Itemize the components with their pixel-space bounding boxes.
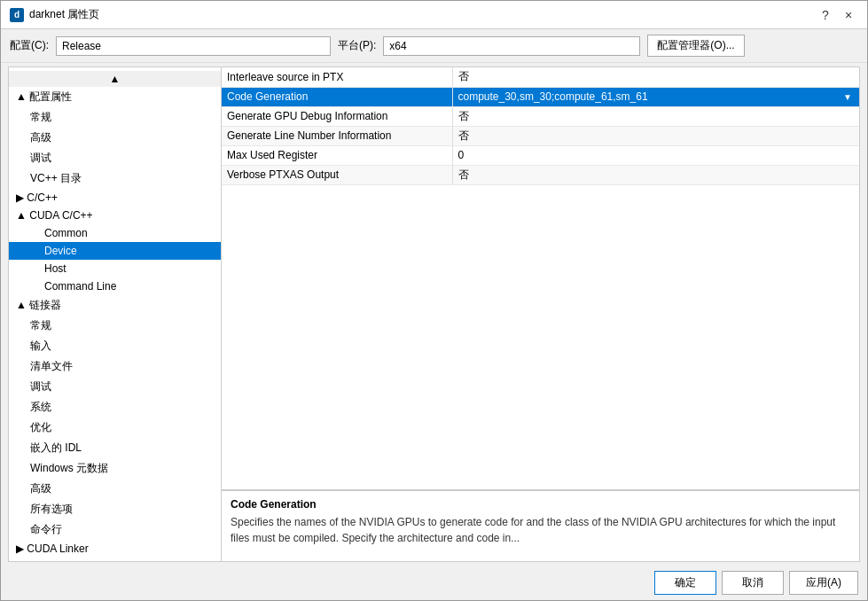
platform-label: 平台(P):: [338, 38, 376, 53]
tree-item-host[interactable]: Host: [9, 260, 221, 277]
dialog-window: d darknet 属性页 ? × 配置(C): Release 平台(P): …: [0, 0, 868, 601]
prop-row-verbose-ptxas[interactable]: Verbose PTXAS Output否: [222, 165, 859, 184]
platform-dropdown[interactable]: x64: [383, 36, 640, 56]
props-panel: Interleave source in PTX否Code Generation…: [222, 67, 859, 561]
prop-name-code-generation: Code Generation: [222, 87, 452, 106]
title-bar-controls: ? ×: [816, 5, 858, 25]
tree-panel: ▲ ▲ 配置属性常规高级调试VC++ 目录▶ C/C++▲ CUDA C/C++…: [9, 67, 222, 561]
prop-value-gen-debug-info[interactable]: 否: [452, 106, 859, 126]
desc-title: Code Generation: [231, 498, 850, 511]
tree-item-linker[interactable]: ▲ 链接器: [9, 295, 221, 316]
title-bar: d darknet 属性页 ? ×: [1, 1, 867, 29]
toolbar-row: 配置(C): Release 平台(P): x64 配置管理器(O)...: [1, 29, 867, 63]
tree-item-cuda-linker[interactable]: ▶ CUDA Linker: [9, 540, 221, 558]
prop-value-verbose-ptxas[interactable]: 否: [452, 165, 859, 184]
tree-item-advanced[interactable]: 高级: [9, 128, 221, 148]
properties-table: Interleave source in PTX否Code Generation…: [222, 67, 859, 185]
tree-item-windows-meta[interactable]: Windows 元数据: [9, 458, 221, 479]
prop-name-max-register: Max Used Register: [222, 145, 452, 165]
prop-value-code-generation[interactable]: compute_30,sm_30;compute_61,sm_61▼: [452, 87, 859, 106]
tree-item-advanced2[interactable]: 高级: [9, 479, 221, 499]
tree-container: ▲ 配置属性常规高级调试VC++ 目录▶ C/C++▲ CUDA C/C++Co…: [9, 87, 221, 558]
tree-item-config-props[interactable]: ▲ 配置属性: [9, 87, 221, 107]
tree-item-command-line[interactable]: Command Line: [9, 277, 221, 295]
apply-button[interactable]: 应用(A): [789, 571, 858, 595]
prop-chevron-code-generation[interactable]: ▼: [841, 92, 854, 102]
dialog-title: darknet 属性页: [29, 7, 99, 22]
title-bar-left: d darknet 属性页: [10, 7, 99, 22]
prop-name-verbose-ptxas: Verbose PTXAS Output: [222, 165, 452, 184]
prop-row-interleave-ptx[interactable]: Interleave source in PTX否: [222, 67, 859, 87]
tree-item-common[interactable]: Common: [9, 224, 221, 242]
config-dropdown[interactable]: Release: [56, 36, 331, 56]
main-content: ▲ ▲ 配置属性常规高级调试VC++ 目录▶ C/C++▲ CUDA C/C++…: [8, 66, 860, 562]
config-dropdown-wrapper: Release: [56, 36, 331, 56]
help-button[interactable]: ?: [816, 5, 835, 25]
tree-item-debug[interactable]: 调试: [9, 148, 221, 168]
prop-name-interleave-ptx: Interleave source in PTX: [222, 67, 452, 87]
prop-name-gen-debug-info: Generate GPU Debug Information: [222, 106, 452, 126]
tree-item-optimize[interactable]: 优化: [9, 418, 221, 438]
tree-item-embedded-idl[interactable]: 嵌入的 IDL: [9, 438, 221, 458]
config-manager-button[interactable]: 配置管理器(O)...: [647, 35, 744, 57]
tree-item-input[interactable]: 输入: [9, 336, 221, 356]
tree-item-device[interactable]: Device: [9, 242, 221, 260]
tree-item-cmd-line2[interactable]: 命令行: [9, 519, 221, 540]
props-table: Interleave source in PTX否Code Generation…: [222, 67, 859, 490]
prop-value-interleave-ptx[interactable]: 否: [452, 67, 859, 87]
config-label: 配置(C):: [10, 38, 49, 53]
prop-value-gen-line-info[interactable]: 否: [452, 126, 859, 145]
prop-row-gen-line-info[interactable]: Generate Line Number Information否: [222, 126, 859, 145]
tree-item-general2[interactable]: 常规: [9, 316, 221, 336]
tree-item-system[interactable]: 系统: [9, 397, 221, 418]
platform-dropdown-wrapper: x64: [383, 36, 640, 56]
prop-row-gen-debug-info[interactable]: Generate GPU Debug Information否: [222, 106, 859, 126]
app-icon: d: [10, 8, 24, 22]
tree-item-vc-dirs[interactable]: VC++ 目录: [9, 168, 221, 189]
prop-value-max-register[interactable]: 0: [452, 145, 859, 165]
cancel-button[interactable]: 取消: [722, 571, 784, 595]
tree-scroll-up[interactable]: ▲: [9, 71, 221, 87]
tree-item-c-cpp[interactable]: ▶ C/C++: [9, 189, 221, 207]
tree-item-cuda-cpp[interactable]: ▲ CUDA C/C++: [9, 207, 221, 224]
prop-row-max-register[interactable]: Max Used Register0: [222, 145, 859, 165]
tree-item-debug2[interactable]: 调试: [9, 377, 221, 397]
desc-text: Specifies the names of the NVIDIA GPUs t…: [231, 514, 850, 546]
prop-name-gen-line-info: Generate Line Number Information: [222, 126, 452, 145]
ok-button[interactable]: 确定: [654, 571, 716, 595]
tree-item-all-options[interactable]: 所有选项: [9, 499, 221, 519]
bottom-bar: 确定 取消 应用(A): [1, 566, 867, 600]
prop-row-code-generation[interactable]: Code Generationcompute_30,sm_30;compute_…: [222, 87, 859, 106]
tree-item-manifest-file[interactable]: 清单文件: [9, 356, 221, 377]
tree-item-general[interactable]: 常规: [9, 107, 221, 128]
desc-panel: Code Generation Specifies the names of t…: [222, 490, 859, 561]
close-button[interactable]: ×: [839, 5, 858, 25]
